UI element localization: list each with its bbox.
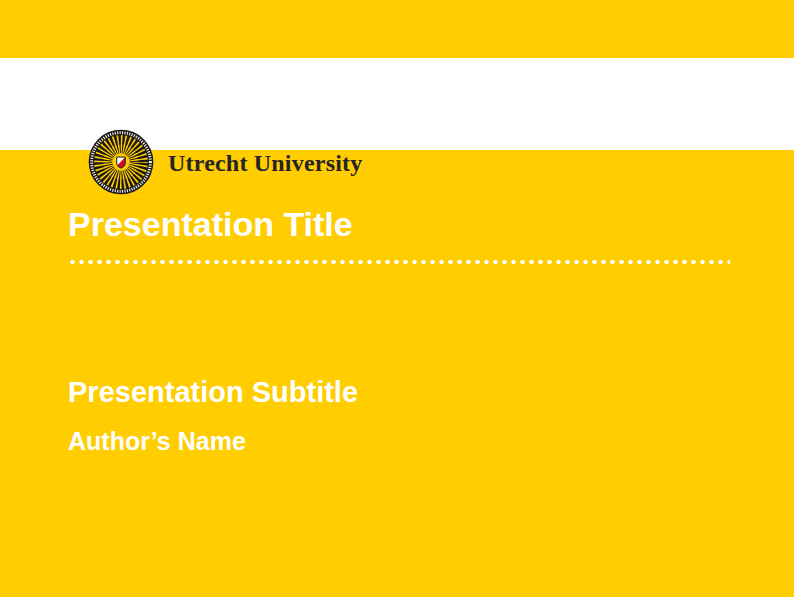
author-name: Author’s Name (68, 429, 246, 454)
header-band: Utrecht University (0, 58, 794, 150)
dotted-separator (68, 258, 730, 266)
presentation-subtitle: Presentation Subtitle (68, 378, 358, 407)
presentation-title: Presentation Title (68, 207, 353, 241)
title-slide: Utrecht University Presentation Title Pr… (0, 0, 794, 597)
university-wordmark: Utrecht University (168, 151, 362, 175)
utrecht-university-seal-icon (88, 129, 154, 195)
